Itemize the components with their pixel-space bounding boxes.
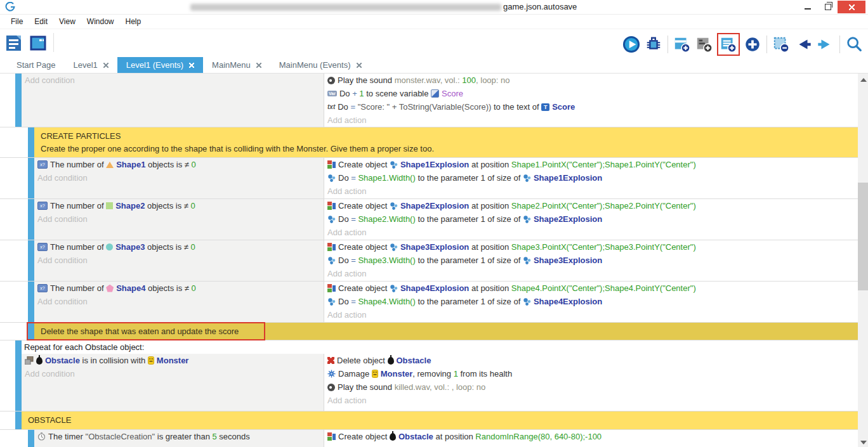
separator	[766, 36, 767, 53]
event-drag-bar[interactable]	[28, 199, 34, 240]
start-page-button[interactable]	[28, 33, 48, 53]
add-circle-button[interactable]	[742, 34, 763, 55]
event-row[interactable]: x?The number of Shape1 objects is ≠ 0Add…	[0, 158, 858, 199]
event-drag-bar[interactable]	[28, 430, 34, 447]
add-link[interactable]: Add condition	[25, 369, 75, 379]
close-button[interactable]	[838, 1, 865, 13]
comment-body[interactable]: OBSTACLE	[22, 411, 858, 429]
conditions-cell[interactable]: x?The number of Shape1 objects is ≠ 0Add…	[34, 158, 324, 198]
menu-file[interactable]: File	[5, 15, 29, 29]
particle-icon	[523, 256, 531, 264]
actions-cell[interactable]: Create object Obstacle at position Rando…	[324, 430, 858, 447]
conditions-cell[interactable]: Add condition	[22, 74, 324, 127]
scroll-up-icon[interactable]	[860, 78, 867, 82]
event-row[interactable]: x?The number of Shape2 objects is ≠ 0Add…	[0, 199, 858, 240]
conditions-cell[interactable]: Obstacle is in collision with MonsterAdd…	[22, 354, 324, 411]
event-drag-bar[interactable]	[15, 74, 22, 127]
comment-body[interactable]: CREATE PARTICLESCreate the proper one ac…	[34, 127, 858, 157]
text-segment: , loop: no	[476, 75, 510, 85]
add-link[interactable]: Add condition	[25, 75, 75, 85]
text-segment: , removing	[412, 369, 453, 379]
restore-button[interactable]	[819, 0, 838, 13]
actions-cell[interactable]: Create object Shape1Explosion at positio…	[324, 158, 858, 198]
actions-cell[interactable]: Play the sound monster.wav, vol.: 100, l…	[324, 74, 858, 127]
event-line: Add condition	[34, 212, 324, 226]
add-link[interactable]: Add action	[327, 269, 366, 278]
remove-event-button[interactable]	[771, 34, 791, 55]
text-segment: Create object	[338, 201, 390, 211]
particle-icon	[390, 243, 398, 251]
add-link[interactable]: Add condition	[37, 214, 88, 224]
comment-text: CREATE PARTICLES	[41, 130, 853, 143]
add-event-button[interactable]	[672, 34, 692, 55]
add-subevent-button[interactable]	[717, 33, 740, 56]
add-link[interactable]: Add action	[327, 186, 366, 196]
event-drag-bar[interactable]	[15, 340, 22, 411]
text-segment: to the parameter 1 of size of	[416, 297, 523, 306]
comment-row[interactable]: Delete the shape that was eaten and upda…	[0, 323, 858, 340]
menu-view[interactable]: View	[53, 15, 81, 29]
text-segment: "ObstacleCreation"	[86, 432, 155, 441]
add-link[interactable]: Add condition	[37, 256, 88, 265]
event-line: Do = Shape3.Width() to the parameter 1 o…	[324, 254, 858, 267]
add-link[interactable]: Add condition	[37, 173, 88, 183]
event-drag-bar[interactable]	[28, 127, 34, 157]
comment-body[interactable]: Delete the shape that was eaten and upda…	[34, 323, 858, 340]
conditions-cell[interactable]: The timer "ObstacleCreation" is greater …	[34, 430, 324, 447]
particle-icon	[523, 174, 531, 182]
event-line: Create object Shape3Explosion at positio…	[324, 240, 858, 254]
comment-row[interactable]: CREATE PARTICLESCreate the proper one ac…	[0, 127, 858, 158]
actions-cell[interactable]: Delete object ObstacleDamage Monster, re…	[324, 354, 858, 411]
add-link[interactable]: Add action	[327, 115, 366, 125]
add-link[interactable]: Add action	[327, 228, 366, 237]
undo-button[interactable]	[793, 34, 813, 55]
tab-level1[interactable]: Level1	[64, 57, 117, 73]
actions-cell[interactable]: Create object Shape3Explosion at positio…	[324, 240, 858, 281]
search-button[interactable]	[844, 34, 864, 55]
event-drag-bar[interactable]	[15, 411, 22, 429]
vertical-scrollbar[interactable]	[858, 74, 868, 447]
event-row[interactable]: Add conditionPlay the sound monster.wav,…	[0, 74, 858, 127]
project-manager-button[interactable]	[4, 33, 24, 53]
tab-close-icon[interactable]	[256, 63, 261, 68]
tab-close-icon[interactable]	[103, 63, 109, 68]
tab-close-icon[interactable]	[357, 63, 362, 68]
text-segment: Shape3.Width()	[358, 256, 415, 265]
event-row[interactable]: x?The number of Shape4 objects is ≠ 0Add…	[0, 282, 858, 323]
create-icon	[327, 160, 336, 169]
debug-button[interactable]	[643, 34, 664, 55]
conditions-cell[interactable]: x?The number of Shape4 objects is ≠ 0Add…	[34, 282, 324, 322]
conditions-cell[interactable]: x?The number of Shape3 objects is ≠ 0Add…	[34, 240, 324, 281]
actions-cell[interactable]: Create object Shape2Explosion at positio…	[324, 199, 858, 240]
menu-window[interactable]: Window	[81, 15, 120, 29]
add-link[interactable]: Add condition	[37, 297, 88, 306]
scrollbar-thumb[interactable]	[858, 183, 868, 290]
scenevar-icon	[431, 89, 439, 98]
redo-button[interactable]	[815, 34, 836, 55]
foreach-header: Repeat for each Obstacle object:	[22, 340, 858, 354]
tab-level1-events-[interactable]: Level1 (Events)	[117, 57, 203, 73]
event-row[interactable]: x?The number of Shape3 objects is ≠ 0Add…	[0, 240, 858, 282]
event-drag-bar[interactable]	[28, 240, 34, 281]
comment-row[interactable]: OBSTACLE	[0, 411, 858, 430]
tab-mainmenu-events-[interactable]: MainMenu (Events)	[270, 57, 371, 73]
tab-start-page[interactable]: Start Page	[8, 57, 64, 73]
event-drag-bar[interactable]	[28, 323, 34, 340]
tab-mainmenu[interactable]: MainMenu	[203, 57, 270, 73]
text-segment: The number of	[50, 283, 106, 293]
add-link[interactable]: Add action	[327, 396, 366, 405]
menu-help[interactable]: Help	[120, 15, 147, 29]
menu-edit[interactable]: Edit	[29, 15, 53, 29]
event-drag-bar[interactable]	[28, 282, 34, 322]
event-row[interactable]: Repeat for each Obstacle object:Obstacle…	[0, 340, 858, 411]
scroll-down-icon[interactable]	[860, 441, 867, 444]
tab-close-icon[interactable]	[189, 63, 194, 68]
event-drag-bar[interactable]	[28, 158, 34, 198]
conditions-cell[interactable]: x?The number of Shape2 objects is ≠ 0Add…	[34, 199, 324, 240]
add-comment-button[interactable]	[694, 34, 714, 55]
play-button[interactable]	[621, 34, 641, 55]
event-row[interactable]: The timer "ObstacleCreation" is greater …	[0, 430, 858, 447]
add-link[interactable]: Add action	[327, 310, 366, 320]
minimize-button[interactable]	[798, 0, 817, 13]
actions-cell[interactable]: Create object Shape4Explosion at positio…	[324, 282, 858, 322]
